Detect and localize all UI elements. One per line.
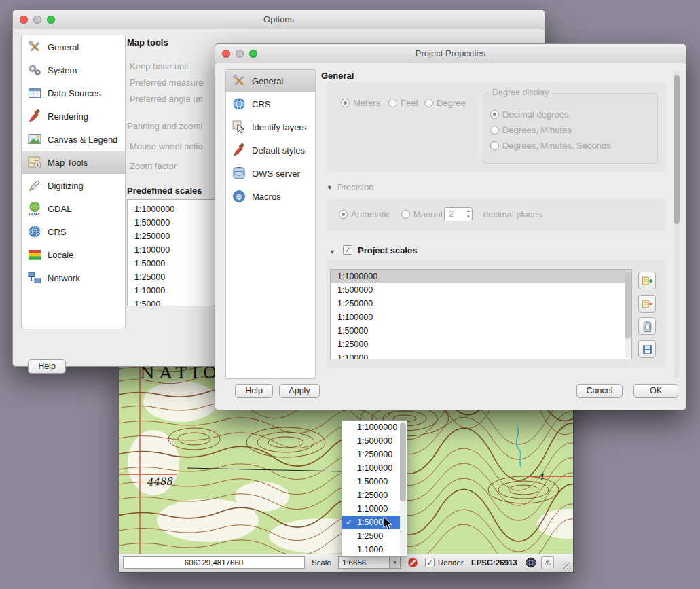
sidebar-item-locale[interactable]: Locale: [22, 243, 125, 266]
sidebar-item-identify-layers[interactable]: Identify layers: [226, 115, 315, 139]
sidebar-item-gdal[interactable]: GDAL GDAL: [22, 197, 125, 220]
scale-popup-item[interactable]: 1:25000: [342, 488, 400, 502]
scale-popup-item[interactable]: 1:250000: [342, 448, 400, 461]
sidebar-item-ows-server[interactable]: OWS server: [226, 162, 315, 185]
sidebar-item-map-tools[interactable]: Map Tools: [22, 151, 125, 174]
manual-radio[interactable]: [401, 210, 410, 219]
project-scales-checkbox[interactable]: ✓: [343, 245, 352, 255]
scale-list-item[interactable]: 1:25000: [331, 338, 631, 351]
wrench-hammer-icon: [26, 39, 43, 55]
project-properties-titlebar[interactable]: Project Properties: [215, 44, 686, 63]
save-scales-button[interactable]: [638, 340, 656, 358]
sidebar-item-label: Network: [48, 273, 80, 283]
add-scale-button[interactable]: [638, 272, 656, 289]
render-checkbox[interactable]: ✓: [425, 558, 435, 567]
sidebar-item-label: Data Sources: [48, 88, 101, 99]
minimize-button[interactable]: [33, 16, 41, 24]
scale-popup-item[interactable]: 1:2500: [342, 529, 400, 543]
sidebar-item-digitizing[interactable]: Digitizing: [22, 174, 125, 197]
zoom-button[interactable]: [249, 50, 257, 58]
svg-text:⚙: ⚙: [236, 192, 243, 202]
scale-list-item[interactable]: 1:10000: [331, 351, 631, 359]
import-scales-button[interactable]: [638, 317, 656, 335]
help-button[interactable]: Help: [28, 359, 66, 374]
scale-popup-item[interactable]: 1:500000: [342, 434, 400, 448]
close-button[interactable]: [222, 50, 230, 58]
scale-list-item[interactable]: 1:250000: [331, 297, 631, 310]
scale-popup-item[interactable]: 1:50000: [342, 475, 400, 488]
scale-list-item[interactable]: 1:500000: [331, 283, 631, 297]
sidebar-item-general[interactable]: General: [22, 35, 125, 58]
sidebar-item-label: CRS: [252, 99, 270, 109]
project-scales-title: Project scales: [358, 245, 417, 255]
help-button[interactable]: Help: [235, 384, 273, 398]
decimal-places-spinner[interactable]: 2 ▲ ▼: [444, 207, 473, 221]
precision-title: Precision: [337, 182, 373, 192]
gear-icon: ⚙: [231, 188, 247, 204]
automatic-radio[interactable]: [339, 210, 348, 219]
scale-popup-item[interactable]: 1:1000000: [342, 421, 400, 434]
sidebar-item-system[interactable]: System: [22, 58, 125, 82]
options-titlebar[interactable]: Options: [13, 10, 545, 29]
crs-status-icon[interactable]: [526, 557, 536, 568]
degrees-minutes-radio[interactable]: [490, 126, 499, 135]
sidebar-item-macros[interactable]: ⚙ Macros: [226, 185, 315, 208]
resize-grip[interactable]: [563, 562, 572, 571]
popup-scrollbar[interactable]: [400, 421, 406, 556]
precision-collapse-icon[interactable]: ▼: [327, 184, 333, 191]
scale-popup-item[interactable]: 1:100000: [342, 461, 400, 475]
scale-popup-item[interactable]: 1:10000: [342, 502, 400, 516]
messages-warning-button[interactable]: ⚠: [541, 556, 554, 569]
ok-button[interactable]: OK: [633, 384, 678, 398]
scale-popup-list: 1:1000000 1:500000 1:250000 1:100000 1:5…: [342, 420, 407, 557]
sidebar-item-label: Canvas & Legend: [48, 135, 117, 145]
scale-popup-item[interactable]: 1:1000: [342, 543, 400, 556]
options-group-title: Panning and zoomi: [127, 121, 202, 131]
sidebar-item-rendering[interactable]: Rendering: [22, 105, 125, 128]
degrees-minutes-seconds-label: Degrees, Minutes, Seconds: [502, 141, 611, 151]
scale-list-item[interactable]: 1:100000: [331, 310, 631, 324]
gears-icon: [26, 62, 43, 78]
combobox-dropdown-button[interactable]: ▼: [389, 557, 400, 568]
scale-list-item-selected[interactable]: 1:1000000: [331, 270, 631, 283]
scale-combobox[interactable]: 1:6656 ▼: [338, 556, 401, 569]
close-button[interactable]: [20, 16, 28, 24]
project-sidebar: General CRS Identify layers Default styl…: [225, 69, 316, 379]
desktop: NATIO 4488 4 606129,4817660 Scale 1:6656…: [0, 0, 700, 589]
svg-text:GDAL: GDAL: [29, 211, 41, 216]
sidebar-item-default-styles[interactable]: Default styles: [226, 139, 315, 162]
degrees-minutes-label: Degrees, Minutes: [502, 125, 572, 135]
scale-combobox-value: 1:6656: [342, 558, 366, 567]
sidebar-item-crs[interactable]: CRS: [22, 220, 125, 243]
coordinate-input[interactable]: 606129,4817660: [123, 556, 305, 569]
scale-list-item[interactable]: 1:50000: [331, 324, 631, 338]
list-scrollbar[interactable]: [625, 270, 631, 358]
wrench-hammer-icon: [231, 73, 247, 89]
sidebar-item-network[interactable]: Network: [22, 266, 125, 289]
project-scales-collapse-icon[interactable]: ▼: [329, 249, 335, 255]
sidebar-item-general[interactable]: General: [226, 69, 315, 92]
feet-radio[interactable]: [388, 99, 397, 107]
minimize-button[interactable]: [236, 50, 244, 58]
degree-display-title: Degree display: [489, 88, 552, 97]
window-scrollbar[interactable]: [674, 71, 680, 378]
cancel-button[interactable]: Cancel: [576, 384, 623, 398]
project-scales-list[interactable]: 1:1000000 1:500000 1:250000 1:100000 1:5…: [330, 269, 632, 359]
apply-button[interactable]: Apply: [279, 384, 320, 398]
spin-down-icon[interactable]: ▼: [466, 215, 471, 219]
remove-scale-button[interactable]: [638, 295, 656, 313]
zoom-button[interactable]: [47, 16, 55, 24]
picture-icon: [26, 131, 43, 147]
stop-render-icon[interactable]: [407, 557, 418, 568]
degrees-minutes-seconds-radio[interactable]: [490, 141, 499, 150]
meters-radio[interactable]: [341, 99, 350, 107]
degree-radio[interactable]: [424, 99, 433, 107]
computers-icon: [26, 270, 43, 286]
sidebar-item-data-sources[interactable]: Data Sources: [22, 82, 125, 105]
sidebar-item-crs[interactable]: CRS: [226, 92, 315, 115]
mouse-cursor: [383, 516, 393, 531]
road-number-label: 4: [538, 471, 545, 482]
spin-up-icon[interactable]: ▲: [466, 209, 471, 213]
sidebar-item-canvas-legend[interactable]: Canvas & Legend: [22, 128, 125, 151]
decimal-degrees-radio[interactable]: [490, 110, 499, 119]
